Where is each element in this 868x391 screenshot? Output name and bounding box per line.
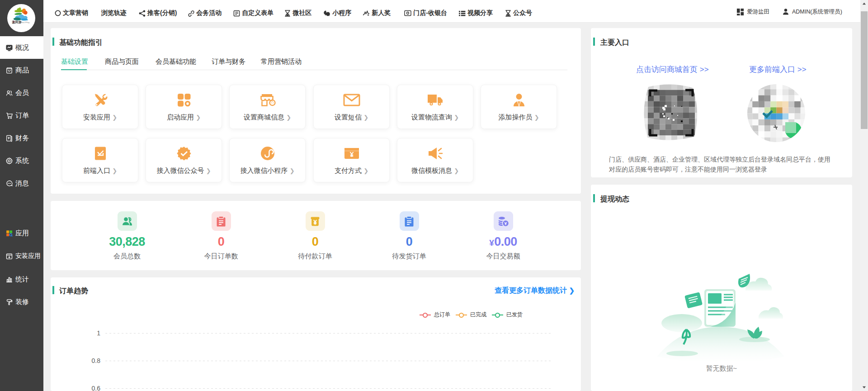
svg-text:盐田游SaLTPlay: 盐田游SaLTPlay — [12, 20, 30, 24]
